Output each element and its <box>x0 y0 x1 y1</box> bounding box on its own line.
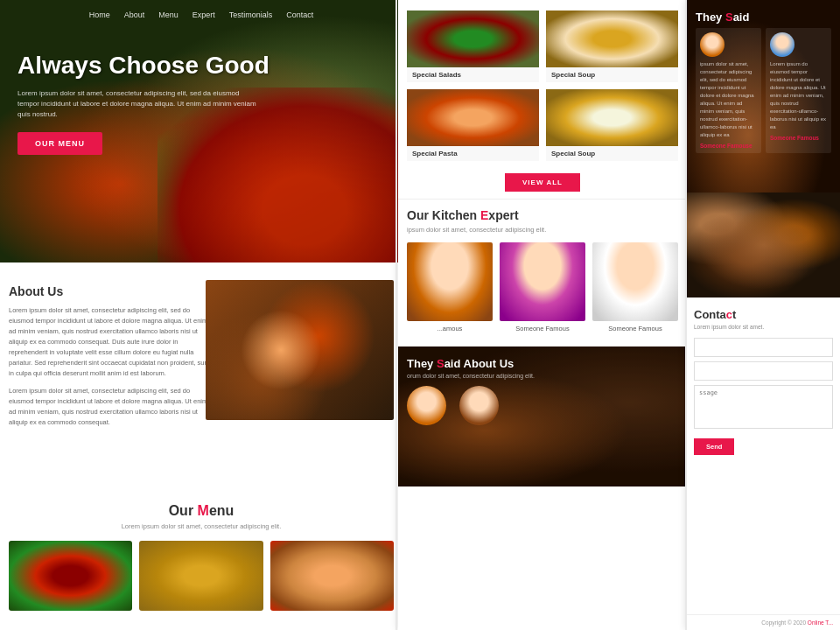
about-section: About Us Lorem ipsum dolor sit amet, con… <box>0 262 402 481</box>
contact-name-input[interactable] <box>694 338 833 357</box>
experts-row: ...amous Someone Famous Someone Famous <box>407 242 678 332</box>
special-soup2-label: Special Soup <box>546 146 678 161</box>
testimonial-avatar-2 <box>770 32 794 57</box>
said-avatar-2 <box>459 386 499 425</box>
nav-expert[interactable]: Expert <box>192 10 215 19</box>
kitchen-section: Our Kitchen Expert ipsum dolor sit amet,… <box>398 199 687 340</box>
about-image-inner <box>206 280 394 420</box>
menu-items-row <box>9 541 394 611</box>
expert-name-3: Someone Famous <box>592 325 678 332</box>
contact-description: Lorem ipsum dolor sit amet. <box>694 324 833 330</box>
testimonial-card-1: ipsum dolor sit amet, consectetur adipis… <box>696 28 761 153</box>
special-soup2-image <box>546 89 678 146</box>
nav-testimonials[interactable]: Testimonials <box>229 10 273 19</box>
special-pasta1-label: Special Pasta <box>407 146 539 161</box>
testimonial-name-2: Someone Famous <box>770 135 827 141</box>
about-title: About Us <box>9 284 210 298</box>
food-image-section <box>687 192 840 298</box>
testimonials-row: ipsum dolor sit amet, consectetur adipis… <box>696 28 831 153</box>
hero-title: Always Choose Good <box>18 52 270 80</box>
about-food-image <box>206 280 394 420</box>
left-center-divider <box>396 0 397 630</box>
center-right-divider <box>685 0 687 630</box>
testimonial-name-1: Someone Famouse <box>700 143 757 149</box>
special-card-soup1: Special Soup <box>546 10 678 82</box>
testimonial-card-2: Lorem ipsum do eiusmod tempor incididunt… <box>766 28 831 153</box>
page-canvas: Home About Menu Expert Testimonials Cont… <box>0 0 840 630</box>
menu-section-title: Our Menu <box>9 503 394 519</box>
expert-name-2: Someone Famous <box>500 325 585 332</box>
special-card-pasta1: Special Pasta <box>407 89 539 161</box>
special-card-salads: Special Salads <box>407 10 539 82</box>
expert-card-1: ...amous <box>407 242 493 332</box>
contact-message-input[interactable] <box>694 385 833 429</box>
expert-card-2: Someone Famous <box>500 242 585 332</box>
expert-photo-3 <box>592 242 678 321</box>
specials-grid: Special Salads Special Soup Special Past… <box>398 2 687 170</box>
special-salads-label: Special Salads <box>407 67 539 82</box>
testimonial-avatar-1 <box>700 32 724 57</box>
contact-submit-button[interactable]: Send <box>694 438 734 455</box>
center-panel: Special Salads Special Soup Special Past… <box>398 0 687 630</box>
view-all-button[interactable]: VIEW ALL <box>505 173 580 192</box>
menu-section: Our Menu Lorem ipsum dolor sit amet, con… <box>0 490 402 620</box>
nav-home[interactable]: Home <box>89 10 110 19</box>
said-dark-subtitle: orum dolor sit amet, consectetur adipisc… <box>407 373 678 379</box>
expert-photo-1 <box>407 242 493 321</box>
menu-card-pasta <box>270 541 394 611</box>
kitchen-description: ipsum dolor sit amet, consectetur adipis… <box>407 226 678 234</box>
contact-title: Contact <box>694 308 833 321</box>
about-text-2: Lorem ipsum dolor sit amet, consectetur … <box>9 386 210 428</box>
footer: Copyright © 2020 Online T... <box>687 614 840 630</box>
special-pasta1-image <box>407 89 539 146</box>
expert-photo-2 <box>500 242 585 321</box>
kitchen-title: Our Kitchen Expert <box>407 208 678 222</box>
said-avatar-1 <box>407 386 446 425</box>
special-soup1-image <box>546 10 678 67</box>
menu-card-soup <box>139 541 262 611</box>
special-soup1-label: Special Soup <box>546 67 678 82</box>
testimonial-text-2: Lorem ipsum do eiusmod tempor incididunt… <box>770 60 827 131</box>
contact-email-input[interactable] <box>694 361 833 381</box>
hero-content: Always Choose Good Lorem ipsum dolor sit… <box>18 52 270 155</box>
special-salads-image <box>407 10 539 67</box>
navigation-bar: Home About Menu Expert Testimonials Cont… <box>0 10 402 19</box>
said-dark-section: They Said About Us orum dolor sit amet, … <box>398 346 687 486</box>
nav-contact[interactable]: Contact <box>286 10 313 19</box>
left-panel: Home About Menu Expert Testimonials Cont… <box>0 0 402 630</box>
expert-card-3: Someone Famous <box>592 242 678 332</box>
said-dark-title: They Said About Us <box>407 357 678 370</box>
about-text-1: Lorem ipsum dolor sit amet, consectetur … <box>9 305 210 379</box>
testimonial-text-1: ipsum dolor sit amet, consectetur adipis… <box>700 60 757 139</box>
footer-link: Online T... <box>808 620 833 626</box>
special-card-soup2: Special Soup <box>546 89 678 161</box>
right-panel: They Said ipsum dolor sit amet, consecte… <box>687 0 840 630</box>
menu-subtitle: Lorem ipsum dolor sit amet, consectetur … <box>9 522 394 530</box>
menu-card-salads <box>9 541 132 611</box>
contact-section: Contact Lorem ipsum dolor sit amet. Send <box>687 298 840 466</box>
hero-description: Lorem ipsum dolor sit amet, consectetur … <box>18 88 262 120</box>
they-said-section: They Said ipsum dolor sit amet, consecte… <box>687 0 840 192</box>
hero-section: Home About Menu Expert Testimonials Cont… <box>0 0 402 262</box>
our-menu-button[interactable]: OUR MENU <box>18 132 102 155</box>
they-said-title: They Said <box>696 10 831 24</box>
nav-about[interactable]: About <box>124 10 145 19</box>
said-avatars <box>407 386 678 425</box>
nav-menu[interactable]: Menu <box>158 10 178 19</box>
food-image-overlay <box>687 192 840 298</box>
expert-name-1: ...amous <box>407 325 493 332</box>
